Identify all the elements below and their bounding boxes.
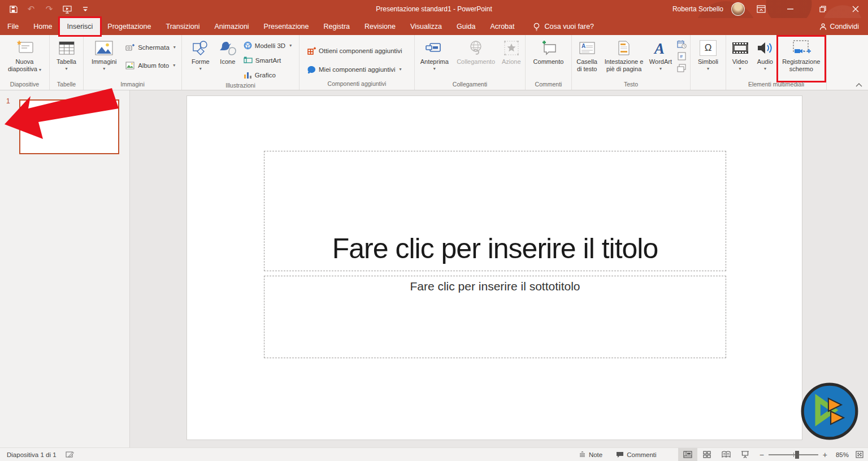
tab-inserisci[interactable]: Inserisci <box>60 18 101 35</box>
edit-indicator-icon[interactable] <box>66 451 74 458</box>
table-button[interactable]: Tabella ▾ <box>52 37 81 81</box>
chevron-down-icon: ▾ <box>39 67 41 72</box>
tab-acrobat[interactable]: Acrobat <box>483 18 522 35</box>
screen-recording-button[interactable]: Registrazione schermo <box>778 37 824 81</box>
my-add-ins-icon <box>307 66 316 74</box>
save-icon[interactable] <box>8 4 18 14</box>
zoom-preview-button[interactable]: Anteprima ▾ <box>416 37 453 81</box>
customize-quick-access-icon[interactable] <box>80 4 90 14</box>
share-button[interactable]: Condividi <box>819 18 868 35</box>
view-slide-sorter-button[interactable] <box>697 448 717 461</box>
workspace: 1 Fare clic per inserire il titolo Fare … <box>0 90 868 447</box>
chevron-down-icon: ▾ <box>739 67 741 71</box>
title-placeholder[interactable]: Fare clic per inserire il titolo <box>264 151 726 271</box>
quick-access-toolbar: ↶ ↷ <box>0 4 90 14</box>
zoom-in-button[interactable]: + <box>823 450 827 459</box>
chevron-down-icon: ▾ <box>400 67 402 72</box>
photo-album-button[interactable]: Album foto ▾ <box>124 58 177 72</box>
comment-button[interactable]: Commento <box>528 37 569 81</box>
comment-icon <box>540 38 558 58</box>
group-illustrazioni: Forme ▾ Icone Modelli 3D ▾ <box>182 35 300 90</box>
icons-button[interactable]: Icone <box>216 37 240 81</box>
titlebar-right: Roberta Sorbello <box>672 0 868 18</box>
zoom-out-button[interactable]: − <box>760 450 764 459</box>
audio-icon <box>757 38 774 58</box>
zoom-slider-handle[interactable] <box>795 451 799 459</box>
tab-registra[interactable]: Registra <box>316 18 358 35</box>
slide-number-button[interactable]: # <box>676 51 687 61</box>
subtitle-placeholder[interactable]: Fare clic per inserire il sottotitolo <box>264 276 726 358</box>
date-time-button[interactable] <box>676 39 687 49</box>
annotation-arrow <box>2 87 122 146</box>
omega-icon: Ω <box>700 38 717 58</box>
tab-progettazione[interactable]: Progettazione <box>100 18 158 35</box>
share-label: Condividi <box>830 23 859 31</box>
wordart-button[interactable]: A WordArt ▾ <box>648 37 674 81</box>
view-reading-button[interactable] <box>717 448 736 461</box>
object-button[interactable] <box>676 63 687 73</box>
smartart-button[interactable]: SmartArt <box>242 53 293 67</box>
slide-indicator: Diapositiva 1 di 1 <box>7 451 57 458</box>
symbols-button[interactable]: Ω Simboli ▾ <box>693 37 723 81</box>
shapes-icon <box>192 38 209 58</box>
tab-presentazione[interactable]: Presentazione <box>257 18 316 35</box>
collapse-ribbon-icon[interactable] <box>856 83 862 87</box>
header-footer-icon <box>617 38 631 58</box>
comments-toggle[interactable]: Commenti <box>609 448 663 461</box>
tab-animazioni[interactable]: Animazioni <box>207 18 256 35</box>
slide-canvas[interactable]: Fare clic per inserire il titolo Fare cl… <box>187 96 802 440</box>
restore-button[interactable] <box>810 0 835 18</box>
view-slideshow-button[interactable] <box>736 448 755 461</box>
group-componenti-aggiuntivi: Ottieni componenti aggiuntivi Miei compo… <box>300 35 415 90</box>
3d-models-button[interactable]: Modelli 3D ▾ <box>242 38 293 53</box>
get-add-ins-button[interactable]: Ottieni componenti aggiuntivi <box>305 44 404 58</box>
chart-icon <box>244 71 252 79</box>
ribbon-display-options-icon[interactable] <box>753 0 770 18</box>
tab-revisione[interactable]: Revisione <box>357 18 403 35</box>
group-label-elementi-multimediali: Elementi multimediali <box>726 81 826 90</box>
chevron-down-icon: ▾ <box>289 44 292 48</box>
new-slide-button[interactable]: Nuova diapositiva ▾ <box>5 37 45 81</box>
start-slideshow-icon[interactable] <box>62 4 72 14</box>
tell-me-box[interactable]: Cosa vuoi fare? <box>526 18 601 35</box>
group-label-commenti: Commenti <box>526 81 571 90</box>
tab-transizioni[interactable]: Transizioni <box>158 18 207 35</box>
screenshot-button[interactable]: Schermata ▾ <box>124 40 177 54</box>
tab-visualizza[interactable]: Visualizza <box>403 18 449 35</box>
fit-to-window-button[interactable] <box>851 448 868 461</box>
close-button[interactable] <box>843 0 868 18</box>
person-icon <box>819 23 827 31</box>
minimize-button[interactable] <box>778 0 802 18</box>
zoom-slider[interactable] <box>769 454 818 455</box>
shapes-button[interactable]: Forme ▾ <box>188 37 214 81</box>
user-name[interactable]: Roberta Sorbello <box>672 5 723 13</box>
chart-button[interactable]: Grafico <box>242 68 293 82</box>
chevron-down-icon: ▾ <box>65 67 67 71</box>
pictures-button[interactable]: Immagini ▾ <box>88 37 120 81</box>
text-box-button[interactable]: A Casella di testo <box>574 37 600 81</box>
view-normal-button[interactable] <box>678 448 697 461</box>
audio-button[interactable]: Audio ▾ <box>753 37 776 81</box>
zoom-level[interactable]: 85% <box>832 451 851 458</box>
title-bar: ↶ ↷ Presentazione standard1 - PowerPoint… <box>0 0 868 18</box>
avatar[interactable] <box>731 2 745 16</box>
header-footer-button[interactable]: Intestazione e piè di pagina <box>601 37 646 81</box>
tab-guida[interactable]: Guida <box>449 18 483 35</box>
svg-text:A: A <box>581 43 585 49</box>
tab-file[interactable]: File <box>0 18 26 35</box>
editing-canvas: Fare clic per inserire il titolo Fare cl… <box>130 90 868 447</box>
group-label-componenti: Componenti aggiuntivi <box>300 80 414 90</box>
svg-text:#: # <box>680 54 683 59</box>
action-star-icon <box>504 38 519 58</box>
tab-home[interactable]: Home <box>26 18 59 35</box>
tell-me-label: Cosa vuoi fare? <box>544 23 594 31</box>
smartart-icon <box>244 56 253 64</box>
status-bar: Diapositiva 1 di 1 Note Commenti <box>0 447 868 461</box>
my-add-ins-button[interactable]: Miei componenti aggiuntivi ▾ <box>305 63 403 77</box>
wordart-icon: A <box>652 38 669 58</box>
get-add-ins-icon <box>307 46 316 55</box>
notes-toggle[interactable]: Note <box>572 448 609 461</box>
video-button[interactable]: Video ▾ <box>728 37 752 81</box>
zoom-preview-icon <box>425 38 444 58</box>
chevron-down-icon: ▾ <box>707 67 709 71</box>
